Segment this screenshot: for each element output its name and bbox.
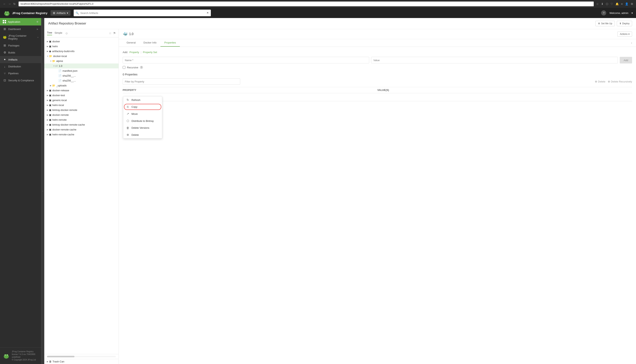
add-property-link[interactable]: Property	[130, 51, 139, 54]
toggle-icon[interactable]: ▶	[46, 94, 49, 96]
tree-node-docker[interactable]: ▶ ▣ docker	[44, 39, 118, 44]
settings-icon[interactable]: ⚙	[630, 2, 634, 6]
tree-node-docker-test[interactable]: ▶ ▣ docker-test	[44, 93, 118, 98]
tree-node-docker-remote-cache[interactable]: ▶ ▣ docker-remote-cache	[44, 127, 118, 132]
heart-icon[interactable]: ♡	[610, 2, 614, 6]
toggle-icon[interactable]: ▶	[46, 114, 49, 116]
folder-icon: 📁	[52, 60, 55, 62]
context-menu-distribute[interactable]: ⬡ Distribute to Bintray	[123, 117, 162, 124]
add-property-set-link[interactable]: Property Set	[143, 51, 157, 54]
filter-property-input[interactable]	[123, 78, 240, 85]
forward-button[interactable]: →	[8, 2, 12, 6]
actions-button[interactable]: Actions ▾	[618, 32, 632, 37]
watch-icon[interactable]: ⊙	[66, 32, 68, 35]
toggle-icon[interactable]: ▾	[50, 60, 52, 62]
toggle-icon[interactable]: ▶	[46, 360, 49, 363]
tree-node-uploads[interactable]: ▶ 📁 _uploads	[44, 83, 118, 88]
tree-node-bintray-docker-remote[interactable]: ▶ ▣ bintray-docker-remote	[44, 108, 118, 112]
url-bar[interactable]	[18, 1, 594, 6]
context-menu-delete-versions[interactable]: 🗑 Delete Versions	[123, 124, 162, 131]
sidebar-item-artifacts[interactable]: ✦ Artifacts	[0, 56, 41, 63]
welcome-text[interactable]: Welcome, admin	[609, 12, 628, 14]
tree-node-manifest[interactable]: 📄 manifest.json	[44, 68, 118, 73]
tree-node-helm-local[interactable]: ▶ ▣ helm-local	[44, 103, 118, 108]
cast-icon[interactable]: ⬡	[606, 2, 608, 6]
sidebar-item-jfrog-registry[interactable]: 🐸 JFrog Container Registry ▾	[0, 32, 41, 42]
sidebar-item-pipelines[interactable]: ⑂ Pipelines	[0, 70, 41, 77]
bookmark-icon[interactable]: ☆	[596, 2, 599, 6]
artifacts-dropdown[interactable]: ⊞ Artifacts ▾	[50, 10, 70, 16]
sidebar-collapse-button[interactable]: ‹	[41, 18, 44, 364]
toggle-icon[interactable]: ▶	[50, 84, 52, 86]
tree-node-trash[interactable]: ▶ 🗑 Trash Can	[44, 359, 118, 364]
tab-properties[interactable]: Properties	[160, 39, 180, 47]
back-button[interactable]: ←	[2, 2, 7, 6]
tree-node-sha256-2[interactable]: 📄 sha256__...	[44, 78, 118, 83]
toggle-icon[interactable]: ▾	[52, 65, 55, 67]
deploy-button[interactable]: ⬆ Deploy	[617, 21, 632, 26]
toggle-icon[interactable]: ▶	[46, 89, 49, 92]
tree-node-docker-remote[interactable]: ▶ ▣ docker-remote	[44, 112, 118, 117]
notification-icon[interactable]: 🔔	[615, 2, 619, 6]
menu-icon[interactable]: ≡	[621, 2, 623, 6]
tree-node-build-info[interactable]: ▶ ◉ artifactory-build-info	[44, 49, 118, 54]
context-menu-refresh[interactable]: ↻ Refresh	[123, 96, 162, 104]
help-icon[interactable]: ?	[601, 10, 606, 16]
filter-tree-icon[interactable]: ⚑	[113, 31, 116, 35]
property-value-input[interactable]	[371, 57, 618, 64]
tree-node-bintray-docker-remote-cache[interactable]: ▶ ▣ bintray-docker-remote-cache	[44, 122, 118, 127]
toggle-icon[interactable]: ▶	[46, 99, 49, 101]
toggle-icon[interactable]: ▾	[46, 55, 49, 57]
search-input[interactable]	[80, 12, 205, 14]
context-menu-copy[interactable]: ⎘ Copy	[123, 104, 162, 110]
tree-node-docker-local[interactable]: ▾ 📁 docker-local	[44, 54, 118, 58]
tree-node-alpine[interactable]: ▾ 📁 alpine	[44, 58, 118, 64]
tab-simple[interactable]: Simple	[54, 31, 62, 35]
toggle-icon[interactable]: ▶	[46, 109, 49, 111]
sidebar-item-packages[interactable]: ⊞ Packages	[0, 42, 41, 49]
toggle-icon[interactable]: ▶	[46, 50, 49, 52]
tab-general[interactable]: General	[123, 39, 140, 47]
horizontal-scrollbar[interactable]	[47, 356, 116, 357]
sidebar-item-builds[interactable]: ⚙ Builds	[0, 49, 41, 56]
download-icon[interactable]: ⬇	[601, 2, 604, 6]
tree-node-helm-remote[interactable]: ▶ ▣ helm-remote	[44, 117, 118, 122]
property-name-input[interactable]	[123, 57, 369, 64]
tree-node-sha256-1[interactable]: 📄 sha256__...	[44, 73, 118, 78]
toggle-icon[interactable]: ▶	[46, 104, 49, 106]
filter-icon[interactable]: ⚑	[206, 12, 209, 14]
tree-node-helm[interactable]: ▶ ▣ helm	[44, 44, 118, 49]
set-me-up-button[interactable]: ⚙ Set Me Up	[596, 21, 615, 26]
tab-tree[interactable]: Tree	[47, 31, 52, 35]
sidebar-item-application[interactable]: Application ⚙	[0, 18, 41, 26]
reload-button[interactable]: ↻	[12, 2, 16, 6]
toggle-icon[interactable]: ▶	[46, 124, 49, 126]
recursive-checkbox[interactable]	[123, 66, 126, 69]
tree-node-docker-release[interactable]: ▶ ▣ docker-release	[44, 88, 118, 93]
sidebar-item-dashboard[interactable]: ⊞ Dashboard ▶	[0, 26, 41, 32]
toggle-icon[interactable]: ▶	[46, 45, 49, 48]
recursive-help-icon[interactable]: ?	[140, 66, 143, 69]
sidebar-item-security[interactable]: ⊡ Security & Compliance	[0, 77, 41, 84]
delete-recursively-link[interactable]: ⊗ Delete Recursively	[608, 80, 632, 83]
context-menu-delete[interactable]: ⊗ Delete	[123, 131, 162, 138]
tag-icon: 🏷	[55, 64, 58, 68]
star-icon[interactable]: ☆	[109, 31, 112, 35]
delete-link[interactable]: ⊗ Delete	[595, 80, 606, 83]
add-property-button[interactable]: Add	[620, 57, 632, 64]
toggle-icon[interactable]: ▶	[46, 128, 49, 131]
person-icon[interactable]: 👤	[625, 2, 629, 6]
tree-node-helm-remote-cache[interactable]: ▶ ▣ helm-remote-cache	[44, 132, 118, 137]
tree-node-1.0[interactable]: ▾ 🏷 1.0	[44, 64, 118, 68]
toggle-icon[interactable]: ▶	[46, 40, 49, 42]
sidebar-item-distribution[interactable]: ↓ Distribution	[0, 63, 41, 70]
context-menu-move[interactable]: ↗ Move	[123, 110, 162, 117]
tab-next-icon[interactable]: ›	[631, 39, 632, 47]
tree-node-generic-local[interactable]: ▶ ▣ generic-local	[44, 98, 118, 103]
toggle-icon[interactable]: ▶	[46, 134, 49, 136]
welcome-chevron-icon[interactable]: ▾	[632, 12, 633, 14]
toggle-icon[interactable]: ▶	[46, 119, 49, 121]
sidebar-item-label: Packages	[8, 44, 38, 47]
tab-docker-info[interactable]: Docker Info	[140, 39, 160, 47]
main-content-area: Artifact Repository Browser ⚙ Set Me Up …	[44, 18, 636, 364]
